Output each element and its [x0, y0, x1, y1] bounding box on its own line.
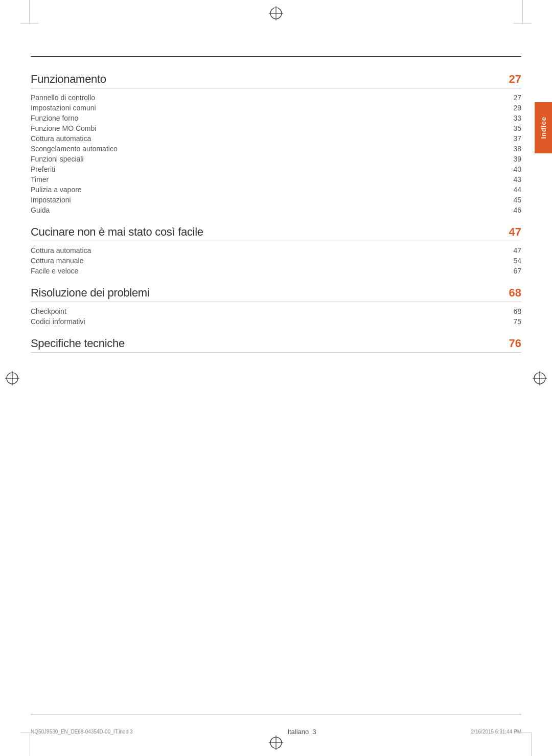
- toc-item-label: Timer: [31, 175, 49, 184]
- top-rule: [31, 56, 521, 57]
- toc-item-page: 33: [513, 114, 521, 122]
- toc-item-label: Guida: [31, 206, 50, 214]
- list-item: Scongelamento automatico38: [31, 144, 521, 154]
- list-item: Guida46: [31, 205, 521, 215]
- toc-item-page: 44: [513, 186, 521, 194]
- section-divider-funzionamento: [31, 88, 521, 88]
- list-item: Pannello di controllo27: [31, 93, 521, 103]
- toc-section-cucinare: Cucinare non è mai stato così facile47Co…: [31, 225, 521, 276]
- section-page-cucinare: 47: [509, 225, 521, 239]
- toc-section-specifiche: Specifiche tecniche76: [31, 337, 521, 353]
- toc-section-risoluzione: Risoluzione dei problemi68Checkpoint68Co…: [31, 286, 521, 327]
- section-title-risoluzione: Risoluzione dei problemi: [31, 286, 149, 300]
- indice-label: Indice: [540, 117, 547, 139]
- toc-section-funzionamento: Funzionamento27Pannello di controllo27Im…: [31, 73, 521, 215]
- toc-item-page: 46: [513, 206, 521, 214]
- corner-mark-top-right: [514, 0, 532, 31]
- section-page-funzionamento: 27: [509, 73, 521, 86]
- section-title-cucinare: Cucinare non è mai stato così facile: [31, 225, 203, 239]
- toc-item-page: 47: [513, 246, 521, 255]
- list-item: Cottura manuale54: [31, 256, 521, 266]
- section-divider-specifiche: [31, 352, 521, 353]
- list-item: Funzione MO Combi35: [31, 123, 521, 133]
- registration-mark-top: [269, 6, 283, 20]
- section-page-specifiche: 76: [509, 337, 521, 350]
- toc-item-page: 45: [513, 196, 521, 204]
- section-header-cucinare: Cucinare non è mai stato così facile47: [31, 225, 521, 239]
- toc-item-label: Cottura manuale: [31, 257, 84, 265]
- corner-mark-bottom-left: [20, 725, 31, 756]
- toc-item-label: Facile e veloce: [31, 267, 78, 275]
- list-item: Facile e veloce67: [31, 266, 521, 276]
- toc-item-page: 40: [513, 165, 521, 173]
- toc-items-cucinare: Cottura automatica47Cottura manuale54Fac…: [31, 245, 521, 276]
- section-header-funzionamento: Funzionamento27: [31, 73, 521, 86]
- toc-item-label: Pulizia a vapore: [31, 186, 82, 194]
- section-page-risoluzione: 68: [509, 286, 521, 300]
- list-item: Funzioni speciali39: [31, 154, 521, 164]
- toc-item-page: 75: [513, 317, 521, 326]
- list-item: Preferiti40: [31, 164, 521, 174]
- toc-items-risoluzione: Checkpoint68Codici informativi75: [31, 306, 521, 327]
- toc-item-page: 29: [513, 104, 521, 112]
- section-header-specifiche: Specifiche tecniche76: [31, 337, 521, 350]
- section-header-risoluzione: Risoluzione dei problemi68: [31, 286, 521, 300]
- toc-item-label: Funzione MO Combi: [31, 124, 96, 132]
- list-item: Impostazioni comuni29: [31, 103, 521, 113]
- indice-tab: Indice: [535, 102, 552, 153]
- section-divider-cucinare: [31, 241, 521, 241]
- list-item: Checkpoint68: [31, 306, 521, 316]
- toc-item-page: 43: [513, 175, 521, 184]
- list-item: Codici informativi75: [31, 316, 521, 327]
- toc-item-page: 27: [513, 94, 521, 102]
- toc-item-page: 54: [513, 257, 521, 265]
- toc-item-label: Codici informativi: [31, 317, 85, 326]
- list-item: Impostazioni45: [31, 195, 521, 205]
- section-divider-risoluzione: [31, 302, 521, 302]
- toc-item-label: Funzione forno: [31, 114, 78, 122]
- toc-item-page: 38: [513, 145, 521, 153]
- list-item: Cottura automatica47: [31, 245, 521, 256]
- bottom-rule: [31, 715, 521, 715]
- bottom-filename: NQ50J9530_EN_DE68-04354D-00_IT.indd 3: [31, 729, 133, 735]
- toc-item-label: Preferiti: [31, 165, 55, 173]
- toc-item-page: 67: [513, 267, 521, 275]
- registration-mark-right: [533, 371, 547, 385]
- corner-mark-top-left: [20, 0, 38, 31]
- toc-item-label: Impostazioni: [31, 196, 71, 204]
- toc-item-page: 37: [513, 134, 521, 143]
- toc-item-label: Impostazioni comuni: [31, 104, 96, 112]
- bottom-language: Italiano 3: [287, 728, 316, 736]
- toc-item-label: Funzioni speciali: [31, 155, 84, 163]
- list-item: Funzione forno33: [31, 113, 521, 123]
- toc-item-label: Cottura automatica: [31, 246, 91, 255]
- toc-container: Funzionamento27Pannello di controllo27Im…: [31, 73, 521, 353]
- main-content: Funzionamento27Pannello di controllo27Im…: [31, 56, 521, 705]
- toc-items-funzionamento: Pannello di controllo27Impostazioni comu…: [31, 93, 521, 215]
- list-item: Cottura automatica37: [31, 133, 521, 144]
- list-item: Pulizia a vapore44: [31, 185, 521, 195]
- bottom-date: 2/16/2015 6:31:44 PM: [471, 729, 521, 735]
- registration-mark-bottom: [269, 736, 283, 750]
- toc-item-label: Scongelamento automatico: [31, 145, 118, 153]
- bottom-bar: NQ50J9530_EN_DE68-04354D-00_IT.indd 3 It…: [31, 728, 521, 736]
- corner-mark-bottom-right: [521, 725, 532, 756]
- toc-item-label: Cottura automatica: [31, 134, 91, 143]
- toc-item-label: Pannello di controllo: [31, 94, 95, 102]
- toc-item-page: 68: [513, 307, 521, 315]
- list-item: Timer43: [31, 174, 521, 185]
- registration-mark-left: [5, 371, 19, 385]
- section-title-specifiche: Specifiche tecniche: [31, 337, 125, 350]
- toc-item-page: 35: [513, 124, 521, 132]
- toc-item-page: 39: [513, 155, 521, 163]
- section-title-funzionamento: Funzionamento: [31, 73, 106, 86]
- toc-item-label: Checkpoint: [31, 307, 66, 315]
